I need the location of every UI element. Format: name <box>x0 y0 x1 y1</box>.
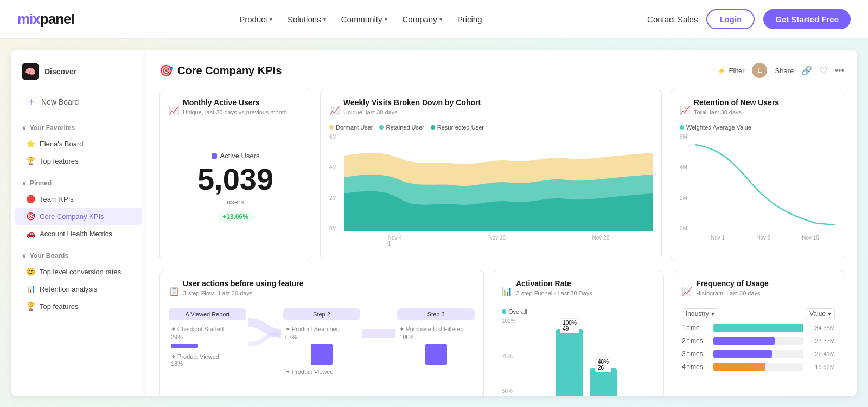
freq-label-3: 3 times <box>682 350 709 358</box>
nav-pricing[interactable]: Pricing <box>457 15 482 24</box>
step2-bar <box>311 344 333 365</box>
value-dropdown[interactable]: Value ▾ <box>806 308 835 319</box>
freq-val-4: 19.92M <box>808 364 835 370</box>
step1-pct: 29% <box>171 334 244 340</box>
login-button[interactable]: Login <box>706 9 755 29</box>
card2-title: Weekly Visits Broken Down by Cohort <box>343 98 481 107</box>
nav-company[interactable]: Company ▾ <box>403 15 442 24</box>
heart-icon[interactable]: ♡ <box>820 66 827 76</box>
boards-header[interactable]: ∨ Your Boards <box>11 249 146 263</box>
funnel-icon: 📋 <box>169 286 180 296</box>
retention-chart: 6M4M2M0M Nov 1 Nov 8 Nov 15 <box>680 134 835 242</box>
activation-chart: 100% 75% 50% 100% 49 <box>502 318 655 396</box>
trophy-icon: 🏆 <box>26 302 35 311</box>
card3-subtitle: Total, last 30 days <box>694 109 779 115</box>
bar2-container: 48% 26 <box>590 368 617 396</box>
sidebar-item-top-features-fav[interactable]: 🏆 Top features <box>11 152 146 170</box>
more-icon[interactable]: ••• <box>835 66 844 75</box>
cards-row-1: 📈 Monthly Active Users Unique, last 30 d… <box>159 89 844 261</box>
freq-row-4: 4 times 19.92M <box>682 363 835 371</box>
card5-title: Activation Rate <box>516 279 592 288</box>
step2-header: Step 2 <box>283 308 361 320</box>
y-axis: 6M4M2M0M <box>680 134 695 242</box>
activation-icon: 📊 <box>502 286 513 296</box>
sidebar-item-retention[interactable]: 📊 Retention analysis <box>11 280 146 298</box>
chevron-down-icon: ▾ <box>323 16 326 22</box>
main-content: 🎯 Core Company KPIs ⚡ Filter E Share 🔗 ♡… <box>146 50 857 396</box>
metric-display: Active Users 5,039 users +13.06% <box>169 122 302 252</box>
step1-row2-pct: 18% <box>171 360 244 367</box>
favorites-header[interactable]: ∨ Your Favorites <box>11 121 146 135</box>
share-button[interactable]: Share <box>775 67 794 75</box>
freq-label-1: 1 time <box>682 324 709 332</box>
freq-bar-wrap-3 <box>713 350 803 358</box>
chart-legend: Dormant User Retained User Resurrected U… <box>329 124 653 131</box>
legend-dormant: Dormant User <box>329 124 373 131</box>
step2-pct: 67% <box>285 334 359 340</box>
step1-row2: ✦ Product Viewed <box>171 353 244 360</box>
freq-bar-3 <box>713 350 772 358</box>
card-retention: 📈 Retention of New Users Total, last 30 … <box>671 89 844 261</box>
chevron-down-icon: ▾ <box>711 310 714 318</box>
nav-solutions[interactable]: Solutions ▾ <box>288 15 326 24</box>
sidebar-item-account-health[interactable]: 🚗 Account Health Metrics <box>11 225 146 242</box>
connector-2 <box>360 312 397 355</box>
freq-bar-wrap-2 <box>713 337 803 345</box>
chevron-down-icon: ▾ <box>270 16 272 22</box>
step1-items: ✦ Checkout Started 29% ✦ Product Viewed … <box>169 326 246 367</box>
pinned-section: ∨ Pinned 🔴 Team KPIs 🎯 Core Company KPIs… <box>11 176 146 242</box>
metric-value: 5,039 <box>197 164 273 195</box>
star-icon: ⭐ <box>26 139 35 148</box>
chevron-down-icon: ▾ <box>439 16 442 22</box>
pinned-header[interactable]: ∨ Pinned <box>11 176 146 190</box>
chart-icon: 📊 <box>26 285 35 293</box>
chevron-down-icon: ∨ <box>22 252 27 260</box>
sidebar-item-elenas-board[interactable]: ⭐ Elena's Board <box>11 135 146 152</box>
frequency-bars: 1 time 34.35M 2 times 23.37M <box>682 324 835 371</box>
step3-bar <box>425 344 447 365</box>
step2-items: ✦ Product Searched 67% ✦ Product Viewed <box>283 326 361 376</box>
plus-icon: ＋ <box>26 94 37 109</box>
nav-community[interactable]: Community ▾ <box>341 15 387 24</box>
card4-title: User actions before using feature <box>183 279 304 288</box>
discover-icon: 🧠 <box>22 63 39 80</box>
new-board-button[interactable]: ＋ New Board <box>15 89 142 114</box>
red-circle-icon: 🔴 <box>26 195 35 203</box>
discover-header: 🧠 Discover <box>11 59 146 89</box>
card1-subtitle: Unique, last 30 days vs previous month <box>183 109 287 115</box>
bar1 <box>556 329 583 396</box>
navbar: mixpanel Product ▾ Solutions ▾ Community… <box>0 0 868 39</box>
freq-label-4: 4 times <box>682 363 709 371</box>
nav-links: Product ▾ Solutions ▾ Community ▾ Compan… <box>239 15 482 24</box>
funnel-step-3: Step 3 ✦ Purchase List Filtered 100% <box>397 308 475 369</box>
avatar: E <box>752 63 767 78</box>
board-actions: ⚡ Filter E Share 🔗 ♡ ••• <box>717 63 844 78</box>
industry-dropdown[interactable]: Industry ▾ <box>682 308 718 319</box>
filter-button[interactable]: ⚡ Filter <box>717 67 745 75</box>
signup-button[interactable]: Get Started Free <box>763 9 851 29</box>
bar-chart: 100% 49 48% 26 <box>556 329 617 396</box>
connector-1 <box>246 312 283 355</box>
board-header: 🎯 Core Company KPIs ⚡ Filter E Share 🔗 ♡… <box>159 63 844 78</box>
freq-val-2: 23.37M <box>808 338 835 344</box>
step1-header: A Viewed Report <box>169 308 246 320</box>
link-icon[interactable]: 🔗 <box>801 66 812 76</box>
favorites-section: ∨ Your Favorites ⭐ Elena's Board 🏆 Top f… <box>11 121 146 170</box>
card2-subtitle: Unique, last 30 days <box>343 109 481 115</box>
frequency-icon: 📈 <box>682 286 693 296</box>
sidebar-item-conversion-rates[interactable]: 😊 Top level conversion rates <box>11 263 146 280</box>
bar1-tooltip: 100% 49 <box>560 318 579 333</box>
funnel-step-2: Step 2 ✦ Product Searched 67% ✦ Product … <box>283 308 361 376</box>
car-icon: 🚗 <box>26 229 35 238</box>
sidebar-item-core-kpis[interactable]: 🎯 Core Company KPIs <box>15 208 142 225</box>
flow-arrow-2 <box>362 312 395 355</box>
freq-row-2: 2 times 23.37M <box>682 337 835 345</box>
step3-items: ✦ Purchase List Filtered 100% <box>397 326 475 365</box>
chart-icon: 📈 <box>680 105 691 115</box>
nav-product[interactable]: Product ▾ <box>239 15 272 24</box>
card-weekly-visits: 📈 Weekly Visits Broken Down by Cohort Un… <box>320 89 662 261</box>
contact-sales-link[interactable]: Contact Sales <box>647 15 698 24</box>
sidebar-item-team-kpis[interactable]: 🔴 Team KPIs <box>11 190 146 208</box>
bar1-container: 100% 49 <box>556 329 583 396</box>
sidebar-item-top-features[interactable]: 🏆 Top features <box>11 298 146 315</box>
